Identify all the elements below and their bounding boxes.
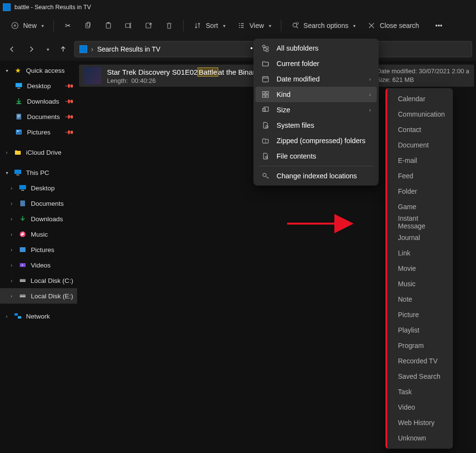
more-icon: •••: [435, 21, 443, 30]
pin-icon: 📌: [65, 112, 75, 122]
share-button[interactable]: [140, 17, 158, 34]
sidebar-quick-access[interactable]: ▾ ★ Quick access: [0, 63, 77, 78]
kind-item[interactable]: Video: [391, 400, 453, 415]
svg-rect-25: [20, 280, 26, 282]
chevron-down-icon: ▾: [4, 68, 10, 73]
kind-item[interactable]: Link: [391, 245, 453, 261]
sidebar-item-videos[interactable]: › Videos: [0, 257, 77, 273]
kind-item[interactable]: Recorded TV: [391, 353, 453, 369]
svg-rect-37: [266, 95, 268, 97]
rename-button[interactable]: [119, 17, 138, 34]
up-button[interactable]: [55, 41, 71, 57]
menu-item-date-modified[interactable]: Date modified ›: [255, 71, 377, 87]
sidebar-item-music[interactable]: › Music: [0, 226, 77, 242]
download-icon: [14, 97, 23, 106]
menu-item-all-subfolders[interactable]: All subfolders: [255, 40, 377, 56]
sidebar-item-documents[interactable]: › Documents: [0, 196, 77, 211]
history-button[interactable]: ▾: [42, 41, 52, 57]
sidebar-item-documents[interactable]: Documents 📌: [0, 109, 77, 124]
sidebar-item-pictures[interactable]: Pictures 📌: [0, 124, 77, 140]
svg-rect-19: [21, 190, 24, 191]
copy-button[interactable]: [79, 17, 97, 34]
view-button[interactable]: View ▾: [232, 17, 276, 34]
svg-rect-17: [16, 174, 19, 175]
kind-item[interactable]: Folder: [391, 184, 453, 199]
search-options-button[interactable]: Search options ▾: [286, 17, 360, 34]
kind-item[interactable]: Instant Message: [391, 214, 453, 230]
clipboard-icon: [104, 21, 113, 30]
chevron-right-icon: ›: [9, 186, 14, 191]
kind-item[interactable]: Communication: [391, 107, 453, 122]
delete-button[interactable]: [160, 17, 178, 34]
menu-item-current-folder[interactable]: Current folder: [255, 56, 377, 71]
kind-item[interactable]: Saved Search: [391, 369, 453, 384]
size-value: 621 MB: [392, 76, 414, 83]
pin-icon: 📌: [65, 127, 75, 137]
menu-item-kind[interactable]: Kind ›: [255, 87, 377, 102]
sidebar-item-icloud[interactable]: › iCloud Drive: [0, 145, 77, 160]
kind-item[interactable]: Task: [391, 384, 453, 400]
kind-item[interactable]: Unknown: [391, 430, 453, 446]
sort-label: Sort: [206, 22, 218, 29]
menu-item-system-files[interactable]: System files: [255, 118, 377, 133]
more-button[interactable]: •••: [430, 17, 448, 34]
sidebar-item-local-c[interactable]: › Local Disk (C:): [0, 273, 77, 288]
sort-icon: [193, 21, 202, 30]
kind-item[interactable]: Feed: [391, 168, 453, 184]
kind-item[interactable]: Calendar: [391, 91, 453, 107]
size-icon: [261, 106, 270, 114]
svg-rect-5: [126, 24, 130, 27]
sidebar-item-pictures[interactable]: › Pictures: [0, 242, 77, 257]
back-button[interactable]: [4, 41, 20, 57]
svg-rect-18: [19, 185, 26, 189]
kind-item[interactable]: Movie: [391, 261, 453, 276]
kind-item[interactable]: Web History: [391, 415, 453, 430]
sidebar-item-downloads[interactable]: › Downloads: [0, 211, 77, 226]
kind-item[interactable]: Note: [391, 292, 453, 307]
kind-submenu: Calendar Communication Contact Document …: [385, 88, 453, 449]
kind-item[interactable]: Music: [391, 276, 453, 292]
sidebar-item-network[interactable]: › Network: [0, 308, 77, 324]
kind-item[interactable]: Picture: [391, 307, 453, 322]
kind-item[interactable]: Program: [391, 338, 453, 353]
desktop-icon: [18, 184, 27, 192]
video-icon: [18, 261, 27, 269]
sidebar-item-desktop[interactable]: › Desktop: [0, 180, 77, 196]
kind-item[interactable]: Document: [391, 137, 453, 153]
sidebar-this-pc[interactable]: ▾ This PC: [0, 165, 77, 180]
sidebar-item-label: Desktop: [31, 185, 55, 192]
new-button[interactable]: New ▾: [6, 17, 49, 34]
chevron-right-icon: ›: [369, 107, 371, 113]
sidebar-item-label: Local Disk (C:): [30, 277, 73, 284]
svg-rect-22: [20, 247, 26, 252]
disk-icon: [18, 276, 27, 285]
svg-point-41: [265, 156, 267, 158]
sort-button[interactable]: Sort ▾: [188, 17, 230, 34]
cut-button[interactable]: ✂: [59, 17, 77, 34]
paste-button[interactable]: [99, 17, 118, 34]
chevron-right-icon: ›: [9, 278, 14, 283]
search-icon: [291, 21, 300, 30]
forward-button[interactable]: [23, 41, 40, 57]
this-pc-label: This PC: [26, 169, 49, 176]
menu-item-file-contents[interactable]: File contents: [255, 148, 377, 164]
menu-item-indexed-locations[interactable]: Change indexed locations: [255, 168, 377, 184]
search-options-menu: All subfolders Current folder Date modif…: [253, 39, 379, 186]
date-label: Date modified:: [377, 67, 417, 75]
svg-rect-6: [146, 23, 151, 28]
chevron-right-icon: ›: [9, 247, 14, 253]
sidebar-item-desktop[interactable]: Desktop 📌: [0, 78, 77, 93]
kind-item[interactable]: E-mail: [391, 153, 453, 168]
sidebar-item-downloads[interactable]: Downloads 📌: [0, 93, 77, 109]
kind-item[interactable]: Playlist: [391, 322, 453, 338]
svg-rect-28: [14, 313, 18, 316]
kind-item[interactable]: Contact: [391, 122, 453, 137]
sidebar-item-local-e[interactable]: › Local Disk (E:): [0, 288, 77, 304]
disk-icon: [18, 292, 27, 300]
menu-item-size[interactable]: Size ›: [255, 102, 377, 118]
separator: [183, 20, 184, 31]
menu-item-zipped-folders[interactable]: Zipped (compressed) folders: [255, 133, 377, 148]
kind-item[interactable]: Journal: [391, 230, 453, 245]
kind-item[interactable]: Game: [391, 199, 453, 214]
close-search-button[interactable]: Close search: [362, 17, 424, 34]
